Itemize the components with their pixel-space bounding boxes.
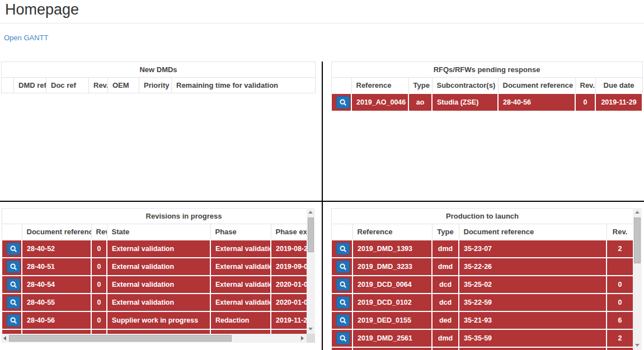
search-button[interactable]: [7, 243, 20, 255]
table-header-row: Document reference Rev. State Phase Phas…: [2, 224, 307, 240]
column-header: Rev.: [607, 224, 633, 240]
cell-rev: 0: [607, 294, 633, 311]
column-header: Document reference: [459, 224, 607, 240]
panel-title: Revisions in progress: [2, 209, 307, 224]
revisions-table: Revisions in progress Document reference…: [1, 208, 307, 334]
cell-document-reference: 28-40-51: [22, 258, 91, 276]
cell-document-reference: 35-23-07: [459, 240, 607, 258]
cell-state: Supplier work in progress: [107, 311, 210, 329]
cell-phase-ex: 2020-01-0: [271, 276, 307, 294]
table-row: 2019_AO_0046 ao Studia (ZSE) 28-40-56 0 …: [331, 93, 642, 111]
cell-reference: 2019_DCD_0102: [352, 294, 432, 311]
search-button[interactable]: [336, 243, 350, 255]
open-gantt-link[interactable]: Open GANTT: [4, 34, 48, 42]
panel-revisions: Revisions in progress Document reference…: [1, 208, 315, 350]
search-button[interactable]: [7, 261, 20, 273]
magnifier-icon: [339, 98, 347, 106]
column-header: DMD ref: [14, 78, 46, 93]
table-header-row: Reference Type Subcontractor(s) Document…: [331, 78, 642, 93]
cell-state: External validation: [107, 294, 210, 311]
table-row: 2019_DED_0155 ded 35-21-93 6: [331, 311, 633, 329]
cell-document-reference: 35-25-02: [459, 276, 607, 294]
magnifier-icon: [339, 299, 347, 306]
revisions-scroll-area: Revisions in progress Document reference…: [1, 208, 307, 334]
arrow-up-icon[interactable]: [635, 211, 640, 214]
search-button[interactable]: [336, 296, 350, 309]
panel-production: Production to launch Reference Type Docu…: [331, 208, 642, 350]
arrow-up-icon[interactable]: [308, 211, 313, 214]
cell-phase-ex: 2019-09-0: [271, 258, 307, 276]
search-button[interactable]: [336, 332, 350, 344]
cell-rev: [607, 258, 633, 276]
column-header: Doc ref: [46, 78, 89, 93]
magnifier-icon: [10, 299, 17, 306]
new-dmds-table: New DMDs DMD ref Doc ref Rev. OEM Priori…: [1, 62, 316, 93]
vertical-quadrant-divider: [322, 62, 323, 350]
cell-reference: 2019_DCD_0064: [352, 276, 432, 294]
scrollbar-thumb[interactable]: [9, 335, 232, 342]
scrollbar-thumb[interactable]: [634, 217, 641, 263]
arrow-down-icon[interactable]: [308, 328, 313, 330]
production-table: Production to launch Reference Type Docu…: [331, 208, 633, 350]
cell-reference: 2019_AO_0046: [351, 93, 408, 111]
table-row: 28-40-56 0 Supplier work in progress Red…: [2, 311, 307, 329]
scrollbar-thumb[interactable]: [308, 217, 314, 252]
scrollbar-corner: [307, 334, 315, 343]
magnifier-icon: [10, 245, 17, 253]
search-button[interactable]: [336, 314, 350, 327]
search-button[interactable]: [7, 296, 20, 309]
cell-state: External validation: [107, 258, 210, 276]
search-button[interactable]: [336, 278, 350, 291]
cell-document-reference: 35-35-59: [459, 329, 607, 347]
table-row: 28-40-52 0 External validation External …: [2, 240, 307, 258]
column-header: Subcontractor(s): [432, 78, 498, 93]
revisions-horizontal-scrollbar[interactable]: [1, 334, 307, 343]
rfqs-table: RFQs/RFWs pending response Reference Typ…: [331, 62, 643, 112]
panel-rfqs: RFQs/RFWs pending response Reference Typ…: [331, 62, 642, 112]
revisions-vertical-scrollbar[interactable]: [307, 208, 315, 334]
column-header: OEM: [108, 78, 139, 93]
arrow-down-icon[interactable]: [635, 344, 640, 347]
cell-document-reference: 35-22-26: [459, 258, 607, 276]
magnifier-icon: [10, 263, 17, 271]
cell-rev: 0: [91, 258, 107, 276]
arrow-right-icon[interactable]: [301, 336, 304, 340]
search-button[interactable]: [336, 261, 350, 273]
magnifier-icon: [10, 281, 17, 288]
column-header: Type: [432, 224, 459, 240]
cell-reference: 2019_DMD_3233: [352, 258, 432, 276]
table-header-row: DMD ref Doc ref Rev. OEM Priority Remain…: [2, 78, 316, 93]
column-header: Due date: [595, 78, 642, 93]
cell-phase-ex: 2019-11-2: [271, 311, 307, 329]
cell-rev: 0: [91, 311, 107, 329]
cell-rev: 2: [607, 329, 633, 347]
column-header-icon: [2, 78, 14, 93]
cell-phase-ex: 2020-01-0: [271, 294, 307, 311]
table-row: 2019_DMD_1393 dmd 35-23-07 2: [331, 240, 633, 258]
table-row: 2019_DMD_3233 dmd 35-22-26: [331, 258, 633, 276]
cell-rev: 0: [91, 240, 107, 258]
cell-phase: External validation: [210, 294, 271, 311]
arrow-left-icon[interactable]: [3, 336, 6, 340]
column-header: Rev.: [575, 78, 595, 93]
magnifier-icon: [339, 263, 347, 271]
cell-document-reference: 35-22-59: [459, 294, 607, 311]
table-row: 2019_DCD_0064 dcd 35-25-02 0: [331, 276, 633, 294]
cell-type: dmd: [432, 258, 459, 276]
panel-new-dmds: New DMDs DMD ref Doc ref Rev. OEM Priori…: [1, 62, 315, 93]
column-header: Remaining time for validation: [172, 78, 316, 93]
cell-state: External validation: [107, 240, 210, 258]
cell-reference: 2019_DMD_1393: [352, 240, 432, 258]
cell-rev: 6: [607, 311, 633, 329]
cell-document-reference: 28-40-54: [22, 276, 91, 294]
column-header-icon: [331, 224, 352, 240]
cell-phase-ex: 2019-08-2: [271, 240, 307, 258]
search-button[interactable]: [7, 278, 20, 291]
search-button[interactable]: [7, 314, 20, 327]
cell-type: dmd: [432, 240, 459, 258]
cell-phase: External validation: [210, 276, 271, 294]
search-button[interactable]: [336, 96, 350, 108]
cell-rev: 0: [575, 93, 595, 111]
production-vertical-scrollbar[interactable]: [633, 208, 642, 350]
page-title: Homepage: [5, 1, 79, 18]
